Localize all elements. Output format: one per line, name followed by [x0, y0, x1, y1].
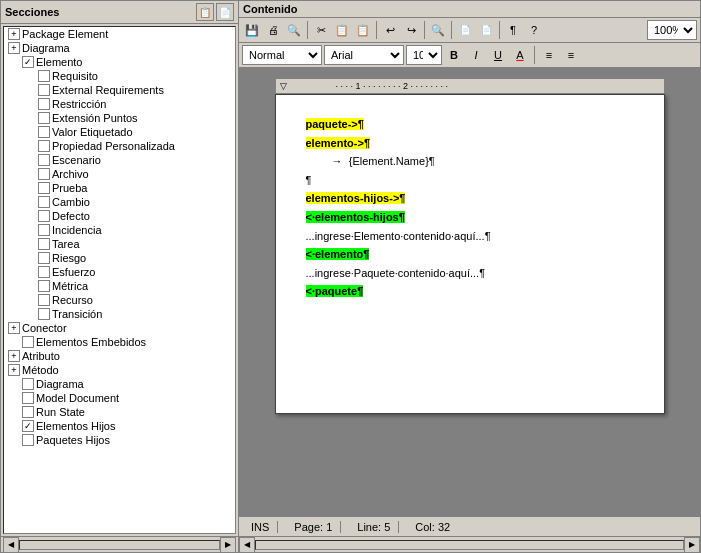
tree-item[interactable]: Defecto — [4, 209, 235, 223]
style-select[interactable]: Normal — [242, 45, 322, 65]
tree-expander[interactable]: + — [8, 322, 20, 334]
underline-btn[interactable]: U — [488, 45, 508, 65]
insert-mode: INS — [243, 521, 278, 533]
align-left-btn[interactable]: ≡ — [539, 45, 559, 65]
scroll-right-btn[interactable]: ▶ — [220, 537, 236, 553]
scroll-track[interactable] — [19, 540, 220, 550]
panel-icon-btn-2[interactable]: 📄 — [216, 3, 234, 21]
tree-item[interactable]: +Conector — [4, 321, 235, 335]
tree-checkbox[interactable] — [38, 112, 50, 124]
tree-item[interactable]: Run State — [4, 405, 235, 419]
tree-item[interactable]: Transición — [4, 307, 235, 321]
tree-checkbox[interactable] — [38, 210, 50, 222]
tree-item[interactable]: Propiedad Personalizada — [4, 139, 235, 153]
tree-item[interactable]: +Diagrama — [4, 41, 235, 55]
panel-icon-btn-1[interactable]: 📋 — [196, 3, 214, 21]
tree-item[interactable]: Cambio — [4, 195, 235, 209]
tree-item[interactable]: Model Document — [4, 391, 235, 405]
align-right-btn[interactable]: ≡ — [561, 45, 581, 65]
tree-expander[interactable]: + — [8, 364, 20, 376]
tree-item[interactable]: +Método — [4, 363, 235, 377]
tree-item[interactable]: Tarea — [4, 237, 235, 251]
tree-checkbox[interactable] — [38, 182, 50, 194]
doc-btn2[interactable]: 📄 — [476, 20, 496, 40]
find-btn[interactable]: 🔍 — [428, 20, 448, 40]
tree-checkbox[interactable] — [22, 378, 34, 390]
tree-item[interactable]: Extensión Puntos — [4, 111, 235, 125]
tree-item[interactable]: Métrica — [4, 279, 235, 293]
tree-checkbox[interactable] — [38, 238, 50, 250]
tree-item[interactable]: Requisito — [4, 69, 235, 83]
tree-checkbox[interactable]: ✓ — [22, 420, 34, 432]
tree-item[interactable]: Restricción — [4, 97, 235, 111]
tree-checkbox[interactable] — [38, 280, 50, 292]
tree-checkbox[interactable]: ✓ — [22, 56, 34, 68]
tree-item-label: Package Element — [22, 28, 108, 40]
tree-item[interactable]: Diagrama — [4, 377, 235, 391]
doc-line-1: paquete->¶ — [306, 116, 634, 134]
tree-checkbox[interactable] — [38, 126, 50, 138]
bold-btn[interactable]: B — [444, 45, 464, 65]
tree-item[interactable]: Recurso — [4, 293, 235, 307]
tree-item[interactable]: Paquetes Hijos — [4, 433, 235, 447]
tree-item[interactable]: ✓Elementos Hijos — [4, 419, 235, 433]
zoom-select[interactable]: 100% 75% 150% — [647, 20, 697, 40]
tree-checkbox[interactable] — [38, 266, 50, 278]
paste-btn[interactable]: 📋 — [353, 20, 373, 40]
tree-item[interactable]: Riesgo — [4, 251, 235, 265]
r-scroll-left-btn[interactable]: ◀ — [239, 537, 255, 553]
tree-item-label: Model Document — [36, 392, 119, 404]
help-btn[interactable]: ? — [524, 20, 544, 40]
tree-item[interactable]: Valor Etiquetado — [4, 125, 235, 139]
tree-checkbox[interactable] — [22, 336, 34, 348]
tree-checkbox[interactable] — [38, 70, 50, 82]
tree-item[interactable]: Esfuerzo — [4, 265, 235, 279]
cut-btn[interactable]: ✂ — [311, 20, 331, 40]
tree-item[interactable]: ✓Elemento — [4, 55, 235, 69]
document-page[interactable]: paquete->¶ elemento->¶ → {Element.Name}¶… — [275, 94, 665, 414]
preview-btn[interactable]: 🔍 — [284, 20, 304, 40]
color-btn[interactable]: A — [510, 45, 530, 65]
tree-checkbox[interactable] — [38, 252, 50, 264]
tree-item[interactable]: Archivo — [4, 167, 235, 181]
undo-btn[interactable]: ↩ — [380, 20, 400, 40]
r-scroll-track[interactable] — [255, 540, 684, 550]
tree-checkbox[interactable] — [38, 98, 50, 110]
tree-item[interactable]: Prueba — [4, 181, 235, 195]
tree-checkbox[interactable] — [22, 406, 34, 418]
tree-expander[interactable]: + — [8, 350, 20, 362]
copy-btn[interactable]: 📋 — [332, 20, 352, 40]
tree-expander[interactable]: + — [8, 28, 20, 40]
tree-checkbox[interactable] — [38, 196, 50, 208]
tree-checkbox[interactable] — [38, 294, 50, 306]
tree-checkbox[interactable] — [22, 434, 34, 446]
right-hscrollbar[interactable]: ◀ ▶ — [239, 536, 700, 552]
tree-item[interactable]: Incidencia — [4, 223, 235, 237]
size-select[interactable]: 10 12 14 — [406, 45, 442, 65]
tree-checkbox[interactable] — [38, 168, 50, 180]
tree-checkbox[interactable] — [38, 140, 50, 152]
save-btn[interactable]: 💾 — [242, 20, 262, 40]
tree-item[interactable]: External Requirements — [4, 83, 235, 97]
tree-checkbox[interactable] — [38, 154, 50, 166]
italic-btn[interactable]: I — [466, 45, 486, 65]
tree-checkbox[interactable] — [38, 84, 50, 96]
tree-container[interactable]: +Package Element+Diagrama✓ElementoRequis… — [3, 26, 236, 534]
tree-item[interactable]: +Atributo — [4, 349, 235, 363]
tree-checkbox[interactable] — [22, 392, 34, 404]
tree-item[interactable]: Elementos Embebidos — [4, 335, 235, 349]
print-btn[interactable]: 🖨 — [263, 20, 283, 40]
font-select[interactable]: Arial Times New Roman — [324, 45, 404, 65]
tree-item[interactable]: Escenario — [4, 153, 235, 167]
para-btn[interactable]: ¶ — [503, 20, 523, 40]
redo-btn[interactable]: ↪ — [401, 20, 421, 40]
tree-checkbox[interactable] — [38, 308, 50, 320]
tree-expander-empty — [24, 196, 36, 208]
r-scroll-right-btn[interactable]: ▶ — [684, 537, 700, 553]
doc-btn1[interactable]: 📄 — [455, 20, 475, 40]
tree-checkbox[interactable] — [38, 224, 50, 236]
left-hscrollbar[interactable]: ◀ ▶ — [1, 536, 238, 552]
tree-expander[interactable]: + — [8, 42, 20, 54]
tree-item[interactable]: +Package Element — [4, 27, 235, 41]
scroll-left-btn[interactable]: ◀ — [3, 537, 19, 553]
